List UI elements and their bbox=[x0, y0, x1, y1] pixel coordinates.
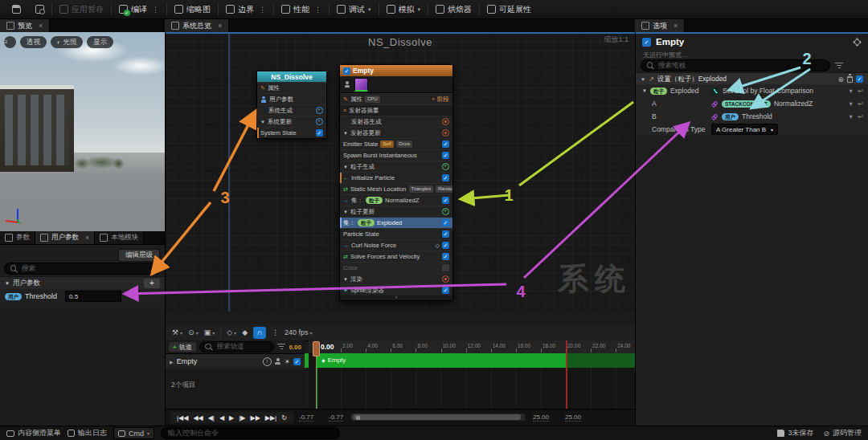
disabled-checkbox[interactable] bbox=[442, 264, 449, 271]
stack-row-Color[interactable]: Color bbox=[340, 262, 452, 273]
chevron-down-icon[interactable]: ▼ bbox=[343, 277, 348, 282]
close-icon[interactable]: × bbox=[218, 22, 222, 30]
emitter-range-bar[interactable] bbox=[317, 353, 566, 368]
property-value[interactable]: STACKCONTEXTNormalizedZ bbox=[711, 100, 850, 108]
jump-back-button[interactable]: ◀◀ bbox=[193, 414, 203, 422]
emitter-enabled-checkbox[interactable]: ✓ bbox=[343, 67, 350, 75]
content-drawer-button[interactable]: 内容侧滑菜单 bbox=[6, 428, 61, 438]
expand-icon[interactable]: ▶ bbox=[170, 359, 174, 365]
module-enabled-checkbox[interactable]: ✓ bbox=[856, 75, 863, 83]
stack-row-发射器摘要[interactable]: ≡发射器摘要 bbox=[340, 104, 452, 116]
threshold-param-row[interactable]: 用户 Threshold 0.5 bbox=[0, 289, 165, 304]
play-reverse-button[interactable]: ◀ bbox=[219, 414, 224, 422]
filter-icon[interactable] bbox=[835, 63, 843, 69]
option-chip[interactable]: Random bbox=[436, 185, 452, 193]
tab-selection[interactable]: 选项× bbox=[635, 19, 685, 32]
output-log-button[interactable]: 输出日志 bbox=[68, 428, 107, 438]
camera-options-dropdown[interactable]: ▣▾ bbox=[204, 328, 215, 336]
property-row-A[interactable]: ASTACKCONTEXTNormalizedZ▾↩ bbox=[636, 97, 868, 111]
toolbar-button-simulate[interactable]: 模拟▾ bbox=[379, 0, 428, 18]
playhead-handle[interactable] bbox=[313, 341, 320, 356]
reset-icon[interactable]: ↩ bbox=[858, 100, 863, 108]
property-value[interactable]: A Greater Than B▾ bbox=[711, 124, 868, 135]
play-button[interactable]: ▶ bbox=[229, 414, 234, 422]
stack-search-input[interactable]: 搜索堆栈 bbox=[641, 59, 830, 71]
property-row-Exploded[interactable]: ▼粒子ExplodedSet Bool by Float Comparison▾… bbox=[636, 84, 868, 98]
viewport-perspective-button[interactable]: 透视 bbox=[20, 36, 47, 48]
emitter-track-row[interactable]: ▶ Empty i ☀ ✓ bbox=[166, 353, 305, 369]
stack-row-Emitter-State[interactable]: Emitter StateSelfOnce✓ bbox=[340, 138, 452, 149]
stack-row-发射器生成[interactable]: 发射器生成 bbox=[340, 116, 452, 127]
toolbar-button-performance[interactable]: 性能⋮ bbox=[274, 0, 329, 18]
close-icon[interactable]: × bbox=[39, 22, 43, 30]
option-chip[interactable]: Once bbox=[396, 141, 412, 148]
view-options-dropdown[interactable]: ⊙▾ bbox=[188, 328, 199, 336]
more-icon[interactable]: ⋮ bbox=[314, 6, 321, 14]
toolbar-button-scalability[interactable]: 可延展性 bbox=[480, 0, 538, 18]
tab-preview[interactable]: 预览× bbox=[0, 19, 50, 32]
enabled-checkbox[interactable]: ✓ bbox=[442, 287, 449, 294]
add-track-button[interactable]: +轨道 bbox=[169, 342, 196, 352]
stack-row-Particle-State[interactable]: Particle State✓ bbox=[340, 228, 452, 239]
time-ruler[interactable]: 2.004.006.008.0010.0012.0014.0016.0018.0… bbox=[309, 340, 635, 354]
property-value[interactable]: Set Bool by Float Comparison bbox=[711, 87, 850, 95]
add-stage-icon[interactable]: + bbox=[432, 96, 435, 102]
toolbar-button-save[interactable] bbox=[5, 0, 28, 18]
keyframe-options-dropdown[interactable]: ◇▾ bbox=[227, 328, 236, 336]
enabled-checkbox[interactable]: ✓ bbox=[442, 253, 449, 260]
current-time-value[interactable]: 0.00 bbox=[289, 344, 301, 351]
chevron-down-icon[interactable]: ▾ bbox=[850, 100, 853, 108]
toolbar-button-compile[interactable]: 编译⋮ bbox=[112, 0, 166, 18]
stack-row-用户参数[interactable]: 用户参数 bbox=[257, 93, 326, 104]
range-start-value[interactable]: -0.77 bbox=[299, 414, 313, 422]
stack-row-Initialize-Particle[interactable]: ←Initialize Particle✓ bbox=[340, 172, 452, 183]
stack-row-Spawn-Burst-Instantaneous[interactable]: Spawn Burst Instantaneous✓ bbox=[340, 149, 452, 161]
console-input[interactable]: 输入控制台命令 bbox=[161, 427, 340, 439]
reset-icon[interactable]: ↩ bbox=[858, 87, 863, 95]
auto-key-button[interactable]: ◆ bbox=[242, 328, 248, 336]
chevron-down-icon[interactable]: ▾ bbox=[850, 87, 853, 95]
more-icon[interactable]: ⋮ bbox=[152, 6, 159, 14]
step-back-button[interactable]: ◀| bbox=[208, 414, 215, 422]
tools-dropdown[interactable]: ⚒▾ bbox=[172, 328, 182, 336]
tab-本地模块[interactable]: 本地模块 bbox=[95, 231, 144, 244]
enabled-checkbox[interactable]: ✓ bbox=[442, 141, 449, 148]
loop-button[interactable]: ↻ bbox=[281, 414, 287, 422]
edit-hierarchy-button[interactable]: 编辑层级 bbox=[118, 249, 160, 262]
stack-row-粒子生成[interactable]: ▼粒子生成 bbox=[340, 161, 452, 172]
viewport-show-button[interactable]: 显示 bbox=[87, 36, 113, 48]
emitter-node[interactable]: ✓Empty ✎ 属性 CPU + 阶段 ≡发射器摘要发射器生成▼发射器更新Em… bbox=[339, 64, 453, 301]
stack-row-粒子更新[interactable]: ▼粒子更新 bbox=[340, 206, 452, 217]
emitter-props-row[interactable]: ✎ 属性 CPU + 阶段 bbox=[340, 93, 452, 104]
params-search-input[interactable]: 搜索 bbox=[4, 263, 162, 275]
info-icon[interactable]: i bbox=[263, 357, 272, 366]
emitter-enabled-checkbox[interactable]: ✓ bbox=[642, 38, 651, 47]
enabled-checkbox[interactable]: ✓ bbox=[442, 230, 449, 238]
stack-row-System-State[interactable]: System State✓ bbox=[257, 127, 326, 138]
add-module-icon[interactable] bbox=[442, 163, 449, 170]
track-enabled-checkbox[interactable]: ✓ bbox=[293, 358, 301, 365]
trash-icon[interactable] bbox=[847, 76, 853, 83]
toolbar-button-debug[interactable]: 调试▾ bbox=[330, 0, 379, 18]
range-end-value[interactable]: 25.00 bbox=[565, 414, 581, 422]
close-icon[interactable]: × bbox=[85, 234, 89, 242]
stack-row-Sprite渲染器[interactable]: ✦Sprite渲染器✓ bbox=[340, 284, 452, 295]
chevron-down-icon[interactable]: ▼ bbox=[260, 120, 265, 124]
stack-row-属性[interactable]: ✎属性 bbox=[257, 82, 326, 93]
filter-icon[interactable] bbox=[277, 344, 285, 350]
enabled-checkbox[interactable]: ✓ bbox=[316, 129, 323, 136]
to-front-button[interactable]: |◀◀ bbox=[177, 414, 188, 422]
loop-end-line[interactable] bbox=[566, 340, 567, 409]
property-row-Comparison Type[interactable]: Comparison TypeA Greater Than B▾ bbox=[636, 123, 868, 136]
stack-row-发射器更新[interactable]: ▼发射器更新 bbox=[340, 127, 452, 138]
stack-row-集-[interactable]: 集：粒子Exploded✓ bbox=[340, 217, 452, 228]
tab-用户参数[interactable]: 用户参数× bbox=[35, 231, 95, 244]
spawn-warning-icon[interactable] bbox=[442, 118, 449, 125]
snap-magnet-button[interactable]: ∩ bbox=[253, 327, 266, 339]
emitter-thumbnail[interactable] bbox=[354, 78, 368, 92]
track-search-input[interactable]: 搜索轨道 bbox=[199, 341, 275, 352]
spawn-warning-icon[interactable] bbox=[442, 129, 449, 136]
timeline-track-area[interactable]: 2.004.006.008.0010.0012.0014.0016.0018.0… bbox=[309, 340, 635, 409]
chevron-down-icon[interactable]: ▼ bbox=[642, 88, 647, 93]
add-module-icon[interactable] bbox=[316, 107, 323, 114]
